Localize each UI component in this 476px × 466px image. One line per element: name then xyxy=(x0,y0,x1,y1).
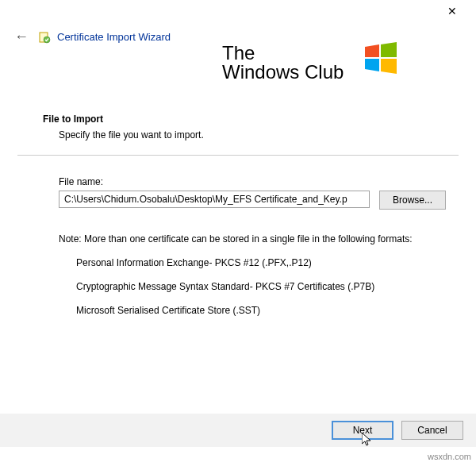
browse-button[interactable]: Browse... xyxy=(379,191,446,210)
svg-marker-2 xyxy=(365,44,379,57)
file-name-input[interactable] xyxy=(59,191,370,208)
certificate-wizard-icon xyxy=(38,31,51,44)
note-intro-text: Note: More than one certificate can be s… xyxy=(59,233,446,245)
note-format-2: Cryptographic Message Syntax Standard- P… xyxy=(76,281,446,292)
watermark-line1: The xyxy=(222,44,344,63)
cancel-button[interactable]: Cancel xyxy=(401,421,463,440)
file-input-row: Browse... xyxy=(59,191,446,210)
title-bar: ✕ xyxy=(0,0,476,22)
note-format-3: Microsoft Serialised Certificate Store (… xyxy=(76,305,446,316)
watermark-line2: Windows Club xyxy=(222,63,344,82)
windows-logo-icon xyxy=(365,42,397,74)
wizard-button-bar: Next Cancel xyxy=(0,414,476,447)
svg-marker-4 xyxy=(365,59,379,71)
wizard-title: Certificate Import Wizard xyxy=(57,31,171,43)
note-format-1: Personal Information Exchange- PKCS #12 … xyxy=(76,257,446,268)
page-heading: File to Import xyxy=(43,114,459,125)
back-arrow-icon[interactable]: ← xyxy=(14,29,29,45)
file-name-label: File name: xyxy=(59,176,446,187)
wizard-content: File to Import Specify the file you want… xyxy=(0,114,476,316)
close-button[interactable]: ✕ xyxy=(436,5,468,17)
next-button[interactable]: Next xyxy=(332,421,393,440)
svg-marker-3 xyxy=(381,42,397,57)
page-subheading: Specify the file you want to import. xyxy=(59,129,459,141)
branding-watermark: The Windows Club xyxy=(222,44,344,82)
site-watermark: wsxdn.com xyxy=(428,452,471,461)
svg-marker-5 xyxy=(381,59,397,74)
